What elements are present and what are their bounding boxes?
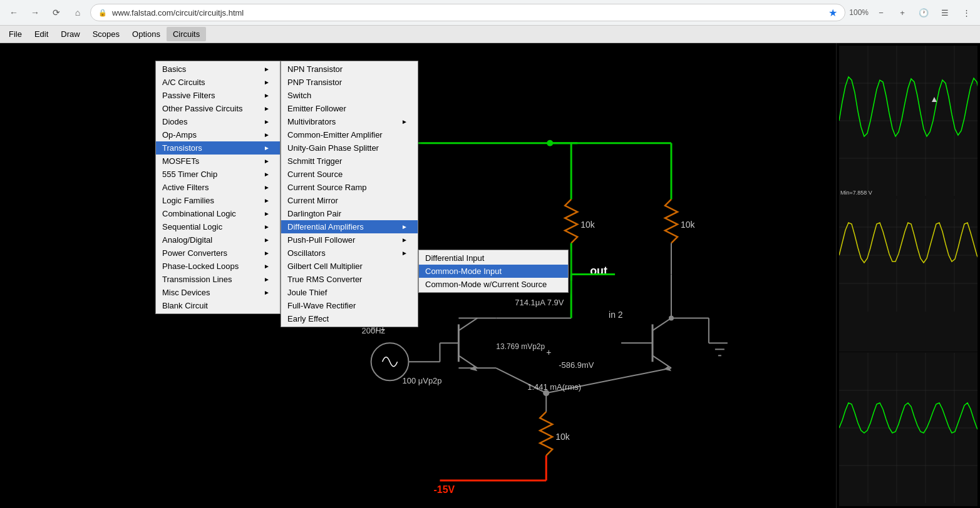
sub-common-emitter[interactable]: Common-Emitter Amplifier [281, 128, 418, 141]
sub-unity-gain[interactable]: Unity-Gain Phase Splitter [281, 141, 418, 155]
sub-darlington[interactable]: Darlington Pair [281, 207, 418, 220]
diff-amp-submenu: Differential Input Common-Mode Input Com… [418, 250, 569, 293]
svg-text:-15V: -15V [433, 484, 455, 495]
sub-npn[interactable]: NPN Transistor [281, 63, 418, 76]
svg-text:200Hz: 200Hz [362, 326, 386, 335]
menu-other-passive[interactable]: Other Passive Circuits ► [156, 102, 280, 115]
sub-multivibrators[interactable]: Multivibrators ► [281, 115, 418, 128]
menu-logic-families[interactable]: Logic Families ► [156, 194, 280, 207]
menu-power-converters[interactable]: Power Converters ► [156, 246, 280, 260]
sub-diff-input[interactable]: Differential Input [419, 251, 568, 265]
menu-ac-circuits[interactable]: A/C Circuits ► [156, 76, 280, 89]
svg-rect-72 [839, 353, 977, 505]
sub-current-mirror[interactable]: Current Mirror [281, 194, 418, 207]
menu-transistors[interactable]: Transistors ► [156, 141, 280, 155]
sub-gilbert[interactable]: Gilbert Cell Multiplier [281, 260, 418, 273]
circuits-dropdown: Basics ► A/C Circuits ► Passive Filters … [155, 61, 281, 314]
sub-current-source-ramp[interactable]: Current Source Ramp [281, 181, 418, 194]
svg-text:+: + [546, 347, 551, 357]
sub-joule-thief[interactable]: Joule Thief [281, 286, 418, 299]
menu-edit[interactable]: Edit [28, 27, 54, 41]
sub-push-pull[interactable]: Push-Pull Follower ► [281, 233, 418, 246]
svg-text:-586.9mV: -586.9mV [559, 360, 594, 370]
scope-vbe: Max=586.853 mV 586.833 mV average transi… [839, 353, 977, 506]
menu-analog-digital[interactable]: Analog/Digital ► [156, 233, 280, 246]
menu-blank[interactable]: Blank Circuit [156, 299, 280, 312]
menu-pll[interactable]: Phase-Locked Loops ► [156, 260, 280, 273]
menu-misc[interactable]: Misc Devices ► [156, 286, 280, 299]
menu-circuits[interactable]: Circuits [167, 27, 206, 41]
svg-text:in 2: in 2 [609, 310, 623, 320]
sub-true-rms[interactable]: True RMS Converter [281, 273, 418, 286]
address-bar[interactable]: 🔒 www.falstad.com/circuit/circuitjs.html… [90, 4, 845, 21]
menu-draw[interactable]: Draw [54, 27, 86, 41]
scope-ac-source: Max=50 μV A/C source Min=-50 μV [839, 199, 977, 352]
forward-button[interactable]: → [26, 4, 44, 21]
browser-toolbar: ← → ⟳ ⌂ 🔒 www.falstad.com/circuit/circui… [0, 0, 980, 25]
menu-options[interactable]: Options [126, 27, 167, 41]
back-button[interactable]: ← [5, 4, 23, 21]
sub-common-mode-current[interactable]: Common-Mode w/Current Source [419, 278, 568, 291]
menu-opamps[interactable]: Op-Amps ► [156, 128, 280, 141]
menu-transmission[interactable]: Transmission Lines ► [156, 273, 280, 286]
sub-common-mode-input[interactable]: Common-Mode Input [419, 265, 568, 278]
menu-diodes[interactable]: Diodes ► [156, 115, 280, 128]
zoom-label: 100% [849, 8, 869, 17]
menu-combinational[interactable]: Combinational Logic ► [156, 207, 280, 220]
sub-pnp[interactable]: PNP Transistor [281, 76, 418, 89]
bookmark-icon[interactable]: ★ [828, 7, 837, 19]
browser-chrome: ← → ⟳ ⌂ 🔒 www.falstad.com/circuit/circui… [0, 0, 980, 26]
svg-text:714.1μA 7.9V: 714.1μA 7.9V [515, 298, 564, 307]
menu-active-filters[interactable]: Active Filters ► [156, 181, 280, 194]
sub-diff-amp[interactable]: Differential Amplifiers ► [281, 220, 418, 233]
svg-text:Min=7.858 V: Min=7.858 V [840, 190, 872, 196]
svg-text:1.441 mA(rms): 1.441 mA(rms) [527, 382, 581, 392]
home-button[interactable]: ⌂ [69, 4, 86, 21]
scope-panel: H=2 ms/div V=2 mV/div Max=7.872 V 7.865 … [836, 43, 980, 508]
url-text: www.falstad.com/circuit/circuitjs.html [112, 8, 823, 18]
sub-current-source[interactable]: Current Source [281, 168, 418, 181]
menu-mosfets[interactable]: MOSFETs ► [156, 155, 280, 168]
svg-text:13.769 mVp2p: 13.769 mVp2p [496, 342, 545, 351]
menu-sequential[interactable]: Sequential Logic ► [156, 220, 280, 233]
menu-scopes[interactable]: Scopes [86, 27, 126, 41]
sub-emitter-follower[interactable]: Emitter Follower [281, 102, 418, 115]
circuit-canvas[interactable]: +15V 10k out in 2 714.1μA 7.9V [0, 43, 836, 508]
reload-button[interactable]: ⟳ [48, 4, 65, 21]
menu-button[interactable]: ⋮ [957, 4, 975, 21]
bookmarks-button[interactable]: ☰ [936, 4, 954, 21]
menu-file[interactable]: File [3, 27, 28, 41]
svg-text:10k: 10k [555, 432, 570, 442]
scope-output: H=2 ms/div V=2 mV/div Max=7.872 V 7.865 … [839, 46, 977, 199]
sub-schmitt[interactable]: Schmitt Trigger [281, 155, 418, 168]
toolbar-right: 100% − + 🕐 ☰ ⋮ [849, 4, 975, 21]
sub-full-wave[interactable]: Full-Wave Rectifier [281, 299, 418, 312]
menu-bar: File Edit Draw Scopes Options Circuits [0, 26, 980, 43]
menu-555timer[interactable]: 555 Timer Chip ► [156, 168, 280, 181]
sub-oscillators[interactable]: Oscillators ► [281, 246, 418, 260]
security-icon: 🔒 [98, 9, 107, 17]
svg-text:10k: 10k [681, 220, 695, 230]
sub-switch[interactable]: Switch [281, 89, 418, 102]
svg-rect-64 [839, 199, 977, 352]
menu-basics[interactable]: Basics ► [156, 63, 280, 76]
menu-passive-filters[interactable]: Passive Filters ► [156, 89, 280, 102]
zoom-out-button[interactable]: − [872, 4, 890, 21]
svg-text:10k: 10k [580, 220, 595, 230]
sub-early-effect[interactable]: Early Effect [281, 312, 418, 325]
svg-text:100 μVp2p: 100 μVp2p [403, 376, 442, 385]
zoom-in-button[interactable]: + [894, 4, 911, 21]
main-area: +15V 10k out in 2 714.1μA 7.9V [0, 43, 980, 508]
history-button[interactable]: 🕐 [915, 4, 932, 21]
transistors-submenu: NPN Transistor PNP Transistor Switch Emi… [281, 61, 418, 327]
